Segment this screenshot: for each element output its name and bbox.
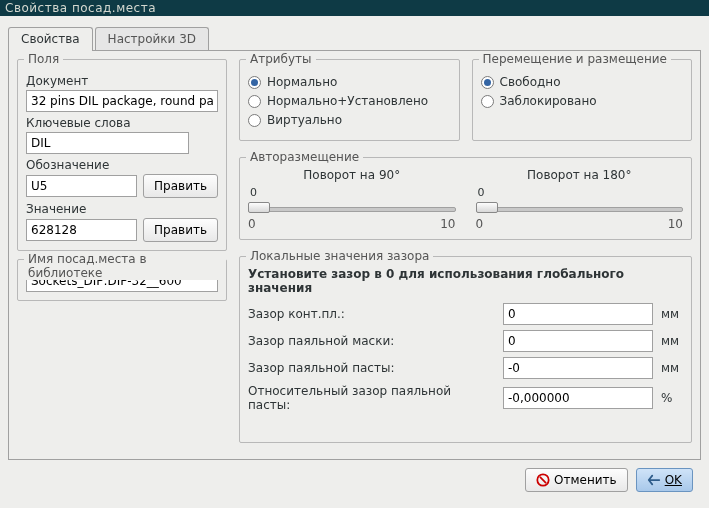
- radio-icon: [481, 76, 494, 89]
- tab-panel: Поля Документ Ключевые слова Обозначение…: [8, 50, 701, 460]
- rot180-slider[interactable]: [476, 201, 684, 215]
- val-label: Значение: [26, 202, 218, 216]
- rot90-title: Поворот на 90°: [248, 168, 456, 182]
- paste-clearance-input[interactable]: [503, 357, 653, 379]
- rot180-title: Поворот на 180°: [476, 168, 684, 182]
- mask-clearance-label: Зазор паяльной маски:: [248, 334, 495, 348]
- radio-locked[interactable]: Заблокировано: [481, 94, 684, 108]
- window-title: Свойства посад.места: [5, 1, 156, 15]
- val-edit-label: Править: [154, 223, 207, 237]
- radio-virtual[interactable]: Виртуально: [248, 113, 451, 127]
- cancel-button-label: Отменить: [554, 473, 617, 487]
- radio-normal-label: Нормально: [267, 75, 337, 89]
- window: Свойства посад.места Свойства Настройки …: [0, 0, 709, 508]
- slider-thumb-icon: [248, 202, 270, 213]
- ref-edit-button[interactable]: Править: [143, 174, 218, 198]
- paste-ratio-input[interactable]: [503, 387, 653, 409]
- radio-normal-set[interactable]: Нормально+Установлено: [248, 94, 451, 108]
- rot90-min: 0: [248, 217, 256, 231]
- pad-clearance-unit: мм: [661, 307, 683, 321]
- clearance-legend: Локальные значения зазора: [246, 249, 433, 263]
- radio-icon: [481, 95, 494, 108]
- rot90-max: 10: [440, 217, 455, 231]
- group-libname: Имя посад.места в библиотеке: [17, 259, 227, 301]
- mask-clearance-unit: мм: [661, 334, 683, 348]
- svg-line-1: [540, 477, 546, 483]
- ref-label: Обозначение: [26, 158, 218, 172]
- tab-properties-label: Свойства: [21, 32, 80, 46]
- group-fields: Поля Документ Ключевые слова Обозначение…: [17, 59, 227, 251]
- radio-locked-label: Заблокировано: [500, 94, 597, 108]
- radio-free[interactable]: Свободно: [481, 75, 684, 89]
- titlebar: Свойства посад.места: [0, 0, 709, 16]
- keywords-label: Ключевые слова: [26, 116, 218, 130]
- cancel-icon: [536, 473, 550, 487]
- cancel-button[interactable]: Отменить: [525, 468, 628, 492]
- clearance-note: Установите зазор в 0 для использования г…: [248, 267, 683, 295]
- radio-normal-set-label: Нормально+Установлено: [267, 94, 428, 108]
- tabs: Свойства Настройки 3D: [8, 24, 701, 50]
- tab-settings-3d-label: Настройки 3D: [108, 32, 196, 46]
- ref-edit-label: Править: [154, 179, 207, 193]
- group-move: Перемещение и размещение Свободно Заблок…: [472, 59, 693, 141]
- group-autoplace: Авторазмещение Поворот на 90° 0 010 Пово…: [239, 157, 692, 240]
- mask-clearance-input[interactable]: [503, 330, 653, 352]
- radio-free-label: Свободно: [500, 75, 561, 89]
- radio-icon: [248, 76, 261, 89]
- doc-label: Документ: [26, 74, 218, 88]
- rot180-value: 0: [478, 186, 684, 199]
- rot90-value: 0: [250, 186, 456, 199]
- libname-legend: Имя посад.места в библиотеке: [24, 252, 226, 280]
- rot180-min: 0: [476, 217, 484, 231]
- group-clearance: Локальные значения зазора Установите заз…: [239, 256, 692, 443]
- ok-button[interactable]: OK: [636, 468, 693, 492]
- paste-ratio-label: Относительный зазор паяльной пасты:: [248, 384, 495, 412]
- tab-properties[interactable]: Свойства: [8, 27, 93, 51]
- rot90-slider[interactable]: [248, 201, 456, 215]
- pad-clearance-label: Зазор конт.пл.:: [248, 307, 495, 321]
- group-fields-legend: Поля: [24, 52, 63, 66]
- radio-normal[interactable]: Нормально: [248, 75, 451, 89]
- tab-settings-3d[interactable]: Настройки 3D: [95, 27, 209, 50]
- slider-thumb-icon: [476, 202, 498, 213]
- slider-rot90: Поворот на 90° 0 010: [248, 168, 456, 231]
- paste-clearance-label: Зазор паяльной пасты:: [248, 361, 495, 375]
- ok-button-label: OK: [665, 473, 682, 487]
- slider-rot180: Поворот на 180° 0 010: [476, 168, 684, 231]
- paste-ratio-unit: %: [661, 391, 683, 405]
- radio-virtual-label: Виртуально: [267, 113, 342, 127]
- footer: Отменить OK: [8, 460, 701, 500]
- paste-clearance-unit: мм: [661, 361, 683, 375]
- group-attributes: Атрибуты Нормально Нормально+Установлено…: [239, 59, 460, 141]
- rot180-max: 10: [668, 217, 683, 231]
- val-edit-button[interactable]: Править: [143, 218, 218, 242]
- content: Свойства Настройки 3D Поля Документ Ключ…: [0, 16, 709, 508]
- ref-input[interactable]: [26, 175, 137, 197]
- attributes-legend: Атрибуты: [246, 52, 316, 66]
- autoplace-legend: Авторазмещение: [246, 150, 363, 164]
- radio-icon: [248, 114, 261, 127]
- right-column: Атрибуты Нормально Нормально+Установлено…: [239, 59, 692, 451]
- val-input[interactable]: [26, 219, 137, 241]
- doc-input[interactable]: [26, 90, 218, 112]
- left-column: Поля Документ Ключевые слова Обозначение…: [17, 59, 227, 451]
- ok-icon: [647, 473, 661, 487]
- move-legend: Перемещение и размещение: [479, 52, 671, 66]
- keywords-input[interactable]: [26, 132, 189, 154]
- pad-clearance-input[interactable]: [503, 303, 653, 325]
- radio-icon: [248, 95, 261, 108]
